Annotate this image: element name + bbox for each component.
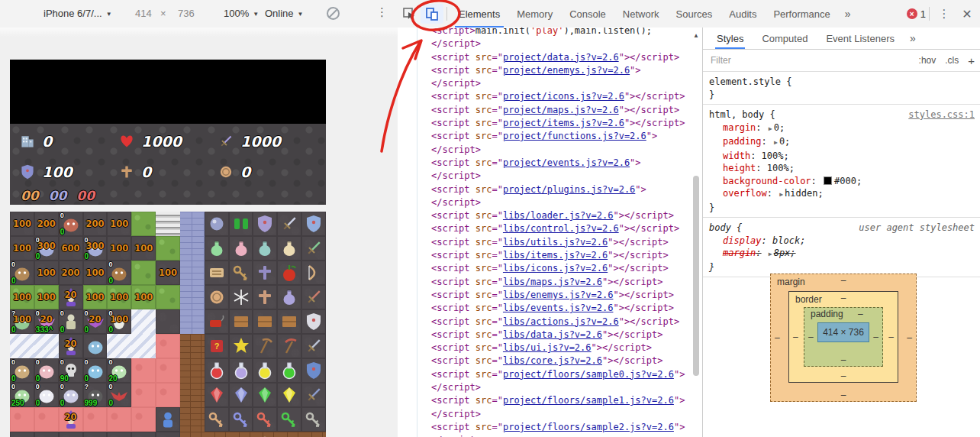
map-tile[interactable]: 200 (83, 212, 108, 236)
map-tile-key[interactable] (229, 261, 253, 285)
map-tile-monster[interactable]: 00 (107, 261, 131, 285)
map-tile[interactable]: 100 (10, 285, 34, 309)
code-line[interactable]: <script src="project/data.js?v=2.6"></sc… (431, 51, 685, 64)
code-line[interactable]: </script> (431, 77, 685, 90)
zoom-select[interactable]: 100%▼ (224, 8, 259, 19)
map-tile-key[interactable] (229, 407, 253, 432)
map-tile-monster[interactable]: 30000 (34, 236, 59, 261)
map-tile-monster[interactable]: 020 (107, 358, 131, 383)
map-tile[interactable] (180, 407, 205, 432)
map-tile-bow[interactable] (301, 261, 326, 285)
tab-audits[interactable]: Audits (720, 1, 765, 28)
map-tile[interactable]: 100 (156, 261, 180, 285)
map-tile-scroll[interactable] (205, 261, 229, 285)
map-tile[interactable] (34, 334, 59, 358)
map-tile-jug[interactable] (205, 236, 229, 261)
map-tile[interactable] (10, 407, 34, 432)
styles-filter-input[interactable] (709, 54, 849, 66)
map-tile-gem[interactable] (205, 383, 229, 407)
map-tile-gem[interactable] (229, 383, 253, 407)
tab-memory[interactable]: Memory (508, 1, 561, 28)
dom-tree[interactable]: <script>main.init('play'),main.listen();… (431, 28, 685, 437)
box-model-border[interactable]: border –– –– padding –– –– 414 × 736 (788, 291, 898, 383)
map-tile[interactable] (34, 407, 59, 432)
map-tile-potion[interactable] (253, 358, 277, 383)
code-line[interactable]: <script src="project/functions.js?v=2.6"… (431, 130, 685, 143)
map-tile[interactable] (229, 432, 253, 437)
map-tile-monster[interactable]: 00 (10, 261, 34, 285)
map-tile-person[interactable] (253, 432, 277, 437)
map-tile-monster[interactable]: 0250 (10, 383, 34, 407)
hov-toggle[interactable]: :hov (919, 55, 936, 66)
devtools-menu-icon[interactable]: ⋮ (933, 4, 956, 24)
map-tile[interactable] (156, 383, 180, 407)
map-tile[interactable] (131, 261, 156, 285)
map-tile-key[interactable] (253, 407, 277, 432)
code-line[interactable]: <script src="project/plugins.js?v=2.6"> (431, 183, 685, 196)
map-tile-person[interactable] (156, 407, 180, 432)
code-line[interactable]: <script src="project/floors/sample2.js?v… (431, 421, 685, 434)
code-line[interactable]: <script src="project/floors/sample1.js?v… (431, 394, 685, 407)
map-tile-shield[interactable] (301, 309, 326, 334)
map-tile[interactable] (156, 236, 180, 261)
close-devtools-icon[interactable]: ✕ (956, 4, 978, 24)
map-tile-monster[interactable]: 30000 (83, 236, 108, 261)
code-line[interactable]: <script src="project/enemys.js?v=2.6"> (431, 64, 685, 77)
more-tabs-button[interactable]: » (839, 8, 857, 20)
map-tile[interactable] (131, 358, 156, 383)
error-badge[interactable]: × 1 (907, 8, 926, 20)
map-tile[interactable] (156, 358, 180, 383)
code-line[interactable]: <script src="project/icons.js?v=2.6"></s… (431, 90, 685, 103)
code-line[interactable]: </script> (431, 144, 685, 157)
map-tile-monster[interactable]: 00 (83, 358, 108, 383)
scroll-up-icon[interactable]: ▲ (693, 32, 699, 39)
map-tile[interactable]: 200 (34, 212, 59, 236)
map-tile-sword[interactable] (301, 236, 326, 261)
map-tile[interactable] (180, 334, 205, 358)
game-map[interactable]: 1002000020010010030000600300001001000010… (10, 212, 326, 437)
css-rules[interactable]: element.style {}html, body {styles.css:1… (703, 72, 980, 277)
map-tile[interactable] (205, 432, 229, 437)
map-tile[interactable] (156, 212, 180, 236)
code-line[interactable]: <script src="libs/control.js?v=2.6"></sc… (431, 222, 685, 235)
map-tile-key[interactable] (205, 407, 229, 432)
map-tile[interactable] (180, 432, 205, 437)
map-tile-scythe[interactable] (253, 334, 277, 358)
code-line[interactable]: </script> (431, 170, 685, 183)
tab-network[interactable]: Network (614, 1, 668, 28)
map-tile-boots[interactable] (229, 212, 253, 236)
styles-tab-computed[interactable]: Computed (753, 28, 817, 49)
map-tile-hero[interactable]: 20 (59, 334, 83, 358)
map-tile[interactable] (10, 432, 34, 437)
map-tile-monster[interactable]: 00 (34, 358, 59, 383)
code-line[interactable]: <script src="libs/core.js?v=2.6"></scrip… (431, 354, 685, 367)
css-rule[interactable]: element.style {} (703, 72, 980, 105)
map-tile-plank[interactable] (253, 309, 277, 334)
map-tile[interactable] (131, 383, 156, 407)
map-tile[interactable] (180, 383, 205, 407)
map-tile[interactable] (156, 334, 180, 358)
map-tile[interactable]: 100 (34, 285, 59, 309)
code-line[interactable]: <script src="libs/data.js?v=2.6"></scrip… (431, 329, 685, 342)
map-tile[interactable]: 600 (59, 236, 83, 261)
box-model-padding[interactable]: padding –– –– 414 × 736 (804, 307, 883, 367)
styles-tab-event-listeners[interactable]: Event Listeners (817, 28, 904, 49)
map-tile[interactable] (83, 407, 108, 432)
map-tile-bat[interactable]: 200333^ (34, 309, 59, 334)
device-height-input[interactable]: 736 (178, 8, 195, 19)
map-tile-jug[interactable] (277, 236, 301, 261)
map-tile[interactable]: 100 (107, 212, 131, 236)
inspect-element-icon[interactable] (398, 4, 421, 24)
tab-elements[interactable]: Elements (450, 1, 508, 28)
styles-more-tabs-button[interactable]: » (904, 32, 922, 44)
map-tile[interactable] (131, 432, 156, 437)
map-tile-star[interactable] (229, 334, 253, 358)
map-tile-snow[interactable] (229, 285, 253, 309)
map-tile-coin[interactable] (205, 285, 229, 309)
map-tile[interactable] (131, 334, 156, 358)
code-line[interactable]: </script> (431, 196, 685, 209)
map-tile-dynamite[interactable] (205, 309, 229, 334)
map-tile-hero[interactable]: 20 (59, 285, 83, 309)
map-tile-shield[interactable] (301, 358, 326, 383)
css-rule[interactable]: html, body {styles.css:1margin: ▶0;paddi… (703, 105, 980, 218)
